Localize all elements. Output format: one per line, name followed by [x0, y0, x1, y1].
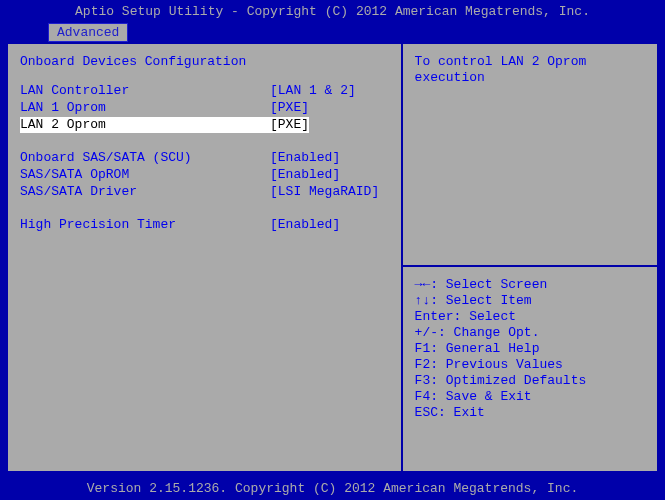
help-line: execution	[415, 70, 485, 85]
setting-sas-sata-driver[interactable]: SAS/SATA Driver [LSI MegaRAID]	[20, 184, 389, 200]
setting-value: [LSI MegaRAID]	[270, 184, 379, 200]
tab-advanced[interactable]: Advanced	[48, 23, 128, 42]
setting-value: [Enabled]	[270, 167, 340, 183]
nav-enter: Enter: Select	[415, 309, 645, 325]
setting-label: SAS/SATA Driver	[20, 184, 270, 200]
setting-label: LAN Controller	[20, 83, 270, 99]
help-line: To control LAN 2 Oprom	[415, 54, 587, 69]
nav-general-help: F1: General Help	[415, 341, 645, 357]
setting-label: High Precision Timer	[20, 217, 270, 233]
settings-panel: Onboard Devices Configuration LAN Contro…	[8, 44, 403, 471]
setting-value: [PXE]	[270, 117, 309, 133]
setting-lan2-oprom[interactable]: LAN 2 Oprom [PXE]	[20, 117, 389, 133]
setting-label: LAN 1 Oprom	[20, 100, 270, 116]
section-title: Onboard Devices Configuration	[20, 54, 389, 69]
nav-change-opt: +/-: Change Opt.	[415, 325, 645, 341]
header-title: Aptio Setup Utility - Copyright (C) 2012…	[0, 0, 665, 23]
setting-lan-controller[interactable]: LAN Controller [LAN 1 & 2]	[20, 83, 389, 99]
setting-value: [Enabled]	[270, 217, 340, 233]
nav-previous-values: F2: Previous Values	[415, 357, 645, 373]
nav-esc-exit: ESC: Exit	[415, 405, 645, 421]
help-panel: To control LAN 2 Oprom execution →←: Sel…	[403, 44, 657, 471]
setting-value: [PXE]	[270, 100, 309, 116]
tab-row: Advanced	[0, 23, 665, 42]
setting-label: SAS/SATA OpROM	[20, 167, 270, 183]
nav-optimized-defaults: F3: Optimized Defaults	[415, 373, 645, 389]
nav-select-screen: →←: Select Screen	[415, 277, 645, 293]
bios-screen: Aptio Setup Utility - Copyright (C) 2012…	[0, 0, 665, 500]
setting-sas-sata-oprom[interactable]: SAS/SATA OpROM [Enabled]	[20, 167, 389, 183]
nav-save-exit: F4: Save & Exit	[415, 389, 645, 405]
panel-divider	[403, 265, 657, 267]
nav-select-item: ↑↓: Select Item	[415, 293, 645, 309]
help-text: To control LAN 2 Oprom execution	[415, 54, 645, 86]
setting-label: Onboard SAS/SATA (SCU)	[20, 150, 270, 166]
footer-text: Version 2.15.1236. Copyright (C) 2012 Am…	[0, 477, 665, 500]
setting-hpt[interactable]: High Precision Timer [Enabled]	[20, 217, 389, 233]
setting-value: [Enabled]	[270, 150, 340, 166]
setting-value: [LAN 1 & 2]	[270, 83, 356, 99]
setting-sas-sata-scu[interactable]: Onboard SAS/SATA (SCU) [Enabled]	[20, 150, 389, 166]
setting-lan1-oprom[interactable]: LAN 1 Oprom [PXE]	[20, 100, 389, 116]
setting-label: LAN 2 Oprom	[20, 117, 270, 133]
nav-help: →←: Select Screen ↑↓: Select Item Enter:…	[415, 277, 645, 421]
main-area: Onboard Devices Configuration LAN Contro…	[6, 42, 659, 473]
